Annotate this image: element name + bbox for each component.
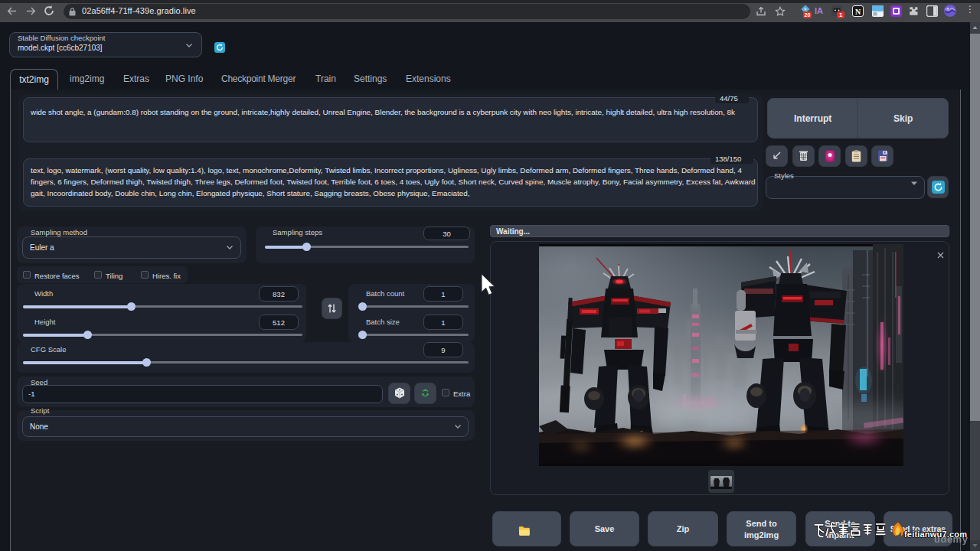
svg-text:N: N: [855, 8, 861, 16]
svg-text:1: 1: [839, 11, 842, 18]
svg-text:20: 20: [805, 12, 811, 18]
